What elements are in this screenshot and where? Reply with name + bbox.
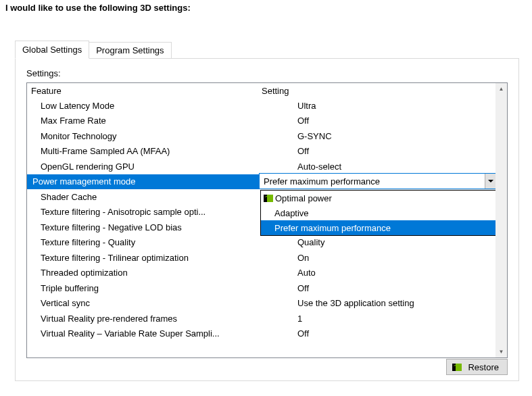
feature-name: Monitor Technology	[27, 131, 268, 141]
settings-list: Feature Setting Low Latency Mode Ultra M…	[27, 83, 495, 357]
list-row[interactable]: Max Frame Rate Off	[27, 114, 495, 129]
settings-label: Settings:	[26, 68, 508, 78]
feature-name: Triple buffering	[27, 283, 268, 293]
dropdown-selected-value: Prefer maximum performance	[260, 176, 485, 187]
tab-panel-global: Settings: Feature Setting Low Latency Mo…	[15, 58, 519, 381]
tab-container: Global Settings Program Settings Setting…	[15, 41, 519, 380]
setting-value: Auto	[268, 268, 495, 278]
vertical-scrollbar[interactable]	[495, 83, 507, 357]
column-header-feature[interactable]: Feature	[27, 86, 259, 96]
list-row[interactable]: OpenGL rendering GPU Auto-select	[27, 159, 495, 174]
settings-listbox: Feature Setting Low Latency Mode Ultra M…	[26, 82, 508, 358]
list-row[interactable]: Texture filtering - Trilinear optimizati…	[27, 250, 495, 266]
list-row[interactable]: Threaded optimization Auto	[27, 266, 495, 281]
scroll-up-icon[interactable]	[495, 83, 507, 95]
feature-name: OpenGL rendering GPU	[27, 162, 268, 172]
list-row[interactable]: Virtual Reality pre-rendered frames 1	[27, 311, 495, 326]
feature-name: Texture filtering - Negative LOD bias	[27, 222, 268, 232]
setting-value: G-SYNC	[268, 131, 495, 141]
restore-button-label: Restore	[468, 362, 499, 372]
setting-dropdown[interactable]: Prefer maximum performance	[259, 173, 495, 189]
setting-value: Auto-select	[268, 162, 495, 172]
setting-value: Use the 3D application setting	[268, 298, 495, 308]
list-row[interactable]: Vertical sync Use the 3D application set…	[27, 296, 495, 312]
restore-button[interactable]: Restore	[446, 359, 508, 375]
feature-name: Low Latency Mode	[27, 101, 268, 111]
tab-strip: Global Settings Program Settings	[15, 41, 519, 59]
scroll-down-icon[interactable]	[495, 346, 507, 357]
feature-name: Texture filtering - Quality	[27, 237, 268, 247]
setting-value: Off	[268, 146, 495, 156]
dropdown-option-label: Optimal power	[275, 193, 332, 203]
dropdown-option-label: Prefer maximum performance	[274, 223, 391, 233]
list-header: Feature Setting	[27, 83, 495, 98]
setting-value: Off	[268, 283, 495, 293]
feature-name: Max Frame Rate	[27, 116, 268, 126]
feature-name: Power management mode	[27, 176, 260, 187]
tab-global-settings[interactable]: Global Settings	[15, 41, 89, 59]
dropdown-list: Optimal power Adaptive Prefer maximum pe…	[260, 190, 495, 236]
dropdown-option[interactable]: Prefer maximum performance	[261, 220, 495, 235]
feature-name: Texture filtering - Trilinear optimizati…	[27, 253, 268, 263]
tab-program-settings[interactable]: Program Settings	[89, 42, 171, 59]
dropdown-option-label: Adaptive	[274, 208, 309, 218]
list-row[interactable]: Virtual Reality – Variable Rate Super Sa…	[27, 326, 495, 342]
nvidia-icon	[452, 364, 462, 371]
dropdown-toggle-button[interactable]	[485, 174, 495, 189]
list-row[interactable]: Texture filtering - Quality Quality	[27, 235, 495, 251]
dropdown-option[interactable]: Adaptive	[261, 205, 495, 220]
dropdown-option[interactable]: Optimal power	[261, 191, 495, 205]
feature-name: Multi-Frame Sampled AA (MFAA)	[27, 146, 268, 156]
list-row[interactable]: Triple buffering Off	[27, 280, 495, 296]
list-row[interactable]: Multi-Frame Sampled AA (MFAA) Off	[27, 144, 495, 159]
feature-name: Shader Cache	[27, 192, 268, 202]
setting-value: Off	[268, 328, 495, 339]
setting-value: Off	[268, 116, 495, 126]
setting-value: 1	[268, 314, 495, 324]
feature-name: Texture filtering - Anisotropic sample o…	[27, 207, 268, 217]
feature-name: Virtual Reality pre-rendered frames	[27, 314, 268, 324]
feature-name: Vertical sync	[27, 298, 268, 308]
list-row[interactable]: Low Latency Mode Ultra	[27, 98, 495, 114]
page-heading: I would like to use the following 3D set…	[0, 0, 532, 16]
setting-value: Quality	[268, 237, 495, 247]
feature-name: Virtual Reality – Variable Rate Super Sa…	[27, 328, 268, 339]
setting-value: Ultra	[268, 101, 495, 111]
feature-name: Threaded optimization	[27, 268, 268, 278]
list-row[interactable]: Monitor Technology G-SYNC	[27, 128, 495, 144]
column-header-setting[interactable]: Setting	[259, 86, 495, 96]
nvidia-icon	[264, 195, 273, 202]
setting-value: On	[268, 253, 495, 263]
